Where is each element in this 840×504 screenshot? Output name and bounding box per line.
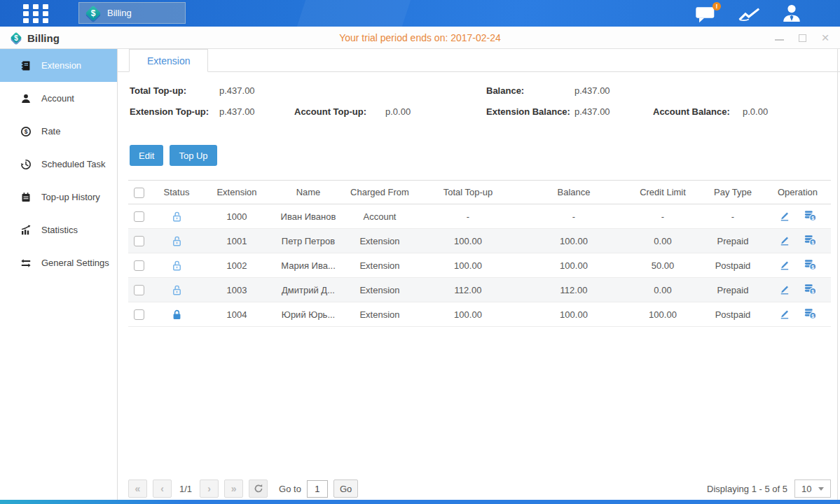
- cell-charged-from: Extension: [347, 302, 413, 327]
- billing-app-icon: $: [85, 6, 101, 21]
- sidebar-item-rate[interactable]: $ Rate: [0, 115, 117, 148]
- topup-coins-icon[interactable]: $: [804, 258, 817, 273]
- extension-book-icon: [20, 59, 33, 71]
- row-checkbox[interactable]: [134, 236, 144, 246]
- taskbar-item-label: Billing: [107, 8, 132, 18]
- app-launcher-icon[interactable]: [23, 4, 50, 22]
- cell-pay-type: Prepaid: [701, 278, 764, 302]
- cell-credit-limit: 0.00: [624, 278, 701, 302]
- notification-badge: !: [712, 2, 721, 10]
- sidebar-item-account[interactable]: Account: [0, 82, 117, 115]
- column-balance: Balance: [523, 181, 624, 204]
- go-button[interactable]: Go: [333, 479, 358, 498]
- desktop-topbar: $ Billing !: [0, 0, 840, 27]
- account-topup-label: Account Top-up:: [294, 106, 385, 117]
- edit-button[interactable]: Edit: [130, 145, 163, 166]
- prev-page-button[interactable]: ‹: [153, 479, 172, 498]
- goto-page-input[interactable]: [307, 480, 328, 498]
- row-checkbox[interactable]: [134, 211, 144, 222]
- taskbar-item-billing[interactable]: $ Billing: [78, 2, 186, 24]
- first-page-button[interactable]: «: [128, 479, 147, 498]
- topup-coins-icon[interactable]: $: [804, 283, 817, 298]
- edit-pencil-icon[interactable]: [778, 283, 790, 297]
- cell-balance: -: [523, 204, 624, 229]
- extension-balance-value: p.437.00: [574, 106, 653, 117]
- next-page-button[interactable]: ›: [200, 479, 219, 498]
- edit-pencil-icon[interactable]: [778, 209, 790, 223]
- trial-notice: Your trial period ends on: 2017-02-24: [0, 27, 840, 49]
- table-header-row: Status Extension Name Charged From Total…: [128, 181, 831, 204]
- statistics-chart-icon[interactable]: [738, 6, 762, 26]
- balance-value: p.437.00: [574, 85, 610, 96]
- lock-open-icon: [171, 259, 183, 270]
- pagination-summary: Displaying 1 - 5 of 5 10: [707, 479, 831, 498]
- sidebar-item-general-settings[interactable]: General Settings: [0, 246, 117, 279]
- topup-coins-icon[interactable]: $: [804, 307, 817, 322]
- minimize-button[interactable]: [774, 33, 784, 43]
- column-status: Status: [149, 181, 204, 204]
- table-row[interactable]: 1004 Юрий Юрь... Extension 100.00 100.00…: [128, 302, 831, 327]
- table-row[interactable]: 1000 Иван Иванов Account - - - - $: [128, 204, 831, 229]
- edit-pencil-icon[interactable]: [778, 307, 790, 321]
- sidebar-item-topup-history[interactable]: Top-up History: [0, 181, 117, 214]
- maximize-button[interactable]: [797, 33, 807, 43]
- topup-coins-icon[interactable]: $: [804, 234, 817, 248]
- cell-credit-limit: 0.00: [624, 229, 701, 253]
- cell-credit-limit: -: [624, 204, 701, 229]
- balance-label: Balance:: [486, 85, 574, 96]
- column-total-topup: Total Top-up: [413, 181, 523, 204]
- table-row[interactable]: 1002 Мария Ива... Extension 100.00 100.0…: [128, 253, 831, 278]
- close-button[interactable]: ×: [820, 33, 830, 43]
- sidebar-item-extension[interactable]: Extension: [0, 49, 117, 82]
- messages-icon[interactable]: !: [695, 6, 717, 27]
- pagination-bar: « ‹ 1/1 › » Go to Go Displaying 1 - 5 of…: [128, 478, 831, 499]
- extension-topup-value: p.437.00: [219, 106, 294, 117]
- cell-charged-from: Extension: [347, 278, 413, 302]
- row-checkbox[interactable]: [134, 285, 144, 295]
- column-extension: Extension: [204, 181, 270, 204]
- table-row[interactable]: 1003 Дмитрий Д... Extension 112.00 112.0…: [128, 278, 831, 302]
- scheduled-task-clock-icon: [20, 158, 33, 170]
- cell-name: Дмитрий Д...: [270, 278, 347, 302]
- cell-pay-type: Prepaid: [701, 229, 764, 253]
- total-topup-label: Total Top-up:: [130, 85, 219, 96]
- tab-extension[interactable]: Extension: [129, 49, 208, 72]
- select-all-checkbox[interactable]: [134, 188, 144, 198]
- pagination-controls: « ‹ 1/1 › » Go to Go: [128, 479, 358, 498]
- cell-extension: 1002: [204, 253, 270, 278]
- edit-pencil-icon[interactable]: [778, 258, 790, 272]
- row-checkbox[interactable]: [134, 260, 144, 271]
- svg-text:$: $: [812, 264, 815, 270]
- extension-topup-label: Extension Top-up:: [130, 106, 219, 117]
- lock-open-icon: [171, 234, 183, 245]
- refresh-icon: [254, 484, 263, 493]
- cell-extension: 1000: [204, 204, 270, 229]
- refresh-button[interactable]: [249, 479, 268, 498]
- cell-total-topup: 100.00: [413, 229, 523, 253]
- column-name: Name: [270, 181, 347, 204]
- cell-total-topup: -: [413, 204, 523, 229]
- edit-pencil-icon[interactable]: [778, 234, 790, 248]
- cell-credit-limit: 50.00: [624, 253, 701, 278]
- page-size-value: 10: [801, 484, 811, 494]
- cell-pay-type: Postpaid: [701, 302, 764, 327]
- cell-charged-from: Account: [347, 204, 413, 229]
- page-size-dropdown[interactable]: 10: [794, 479, 831, 498]
- sidebar: Extension Account $ Rate Scheduled Task …: [0, 49, 118, 500]
- user-account-icon[interactable]: [780, 4, 803, 26]
- page-indicator: 1/1: [177, 484, 194, 494]
- sidebar-item-statistics[interactable]: Statistics: [0, 214, 117, 246]
- last-page-button[interactable]: »: [224, 479, 243, 498]
- row-checkbox[interactable]: [134, 309, 144, 320]
- cell-charged-from: Extension: [347, 229, 413, 253]
- billing-app-screen: $ Billing ! $ Billing: [0, 0, 840, 504]
- cell-pay-type: Postpaid: [701, 253, 764, 278]
- top-up-button[interactable]: Top Up: [170, 145, 216, 166]
- cell-name: Мария Ива...: [270, 253, 347, 278]
- column-credit-limit: Credit Limit: [624, 181, 701, 204]
- topup-coins-icon[interactable]: $: [804, 209, 817, 224]
- table-row[interactable]: 1001 Петр Петров Extension 100.00 100.00…: [128, 229, 831, 253]
- sidebar-item-label: Rate: [41, 126, 60, 136]
- cell-name: Иван Иванов: [270, 204, 347, 229]
- sidebar-item-scheduled-task[interactable]: Scheduled Task: [0, 148, 117, 181]
